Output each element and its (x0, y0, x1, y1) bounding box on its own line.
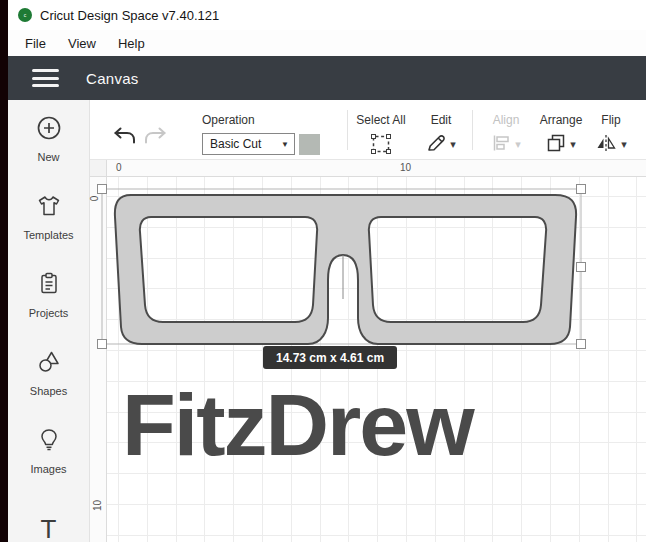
titlebar: c Cricut Design Space v7.40.121 (8, 0, 646, 30)
ruler-mark: 0 (89, 196, 100, 202)
edit-group: Edit ▾ (418, 113, 464, 156)
align-group: Align ▾ (482, 113, 530, 156)
chevron-down-icon: ▾ (621, 138, 627, 151)
text-icon: T (41, 516, 57, 542)
horizontal-ruler: 0 10 (107, 160, 646, 177)
select-all-group: Select All (345, 113, 417, 158)
chevron-down-icon: ▾ (515, 138, 521, 151)
select-all-label: Select All (345, 113, 417, 127)
sidebar: New Templates Projects Shapes Images (8, 100, 90, 542)
operation-label: Operation (202, 113, 320, 127)
sidebar-item-label: New (37, 151, 59, 163)
chevron-down-icon: ▾ (570, 138, 576, 151)
hamburger-menu-icon[interactable] (32, 65, 59, 92)
arrange-label: Arrange (531, 113, 591, 127)
arrange-layers-icon (546, 133, 566, 156)
arrange-group: Arrange ▾ (531, 113, 591, 156)
align-icon (491, 133, 511, 156)
undo-icon[interactable] (112, 126, 138, 150)
handle-top-left[interactable] (98, 185, 107, 194)
sidebar-item-projects[interactable]: Projects (8, 256, 89, 334)
arrange-dropdown[interactable]: ▾ (531, 133, 591, 156)
select-all-icon[interactable] (370, 133, 392, 158)
toolbar-divider (472, 110, 473, 150)
handle-bottom-right[interactable] (577, 340, 586, 349)
chevron-down-icon: ▼ (281, 140, 289, 149)
sidebar-item-new[interactable]: New (8, 100, 89, 178)
selection-size-badge: 14.73 cm x 4.61 cm (263, 346, 397, 369)
redo-icon[interactable] (142, 126, 168, 150)
ruler-mark: 0 (116, 162, 122, 173)
flip-label: Flip (588, 113, 634, 127)
flip-dropdown[interactable]: ▾ (588, 133, 634, 156)
menu-file[interactable]: File (14, 33, 57, 54)
handle-mid-right[interactable] (577, 263, 586, 272)
sidebar-item-text[interactable]: T (8, 490, 89, 542)
operation-group: Operation Basic Cut ▼ (202, 113, 320, 155)
toolbar: Operation Basic Cut ▼ Select All Edit (90, 100, 646, 160)
color-swatch[interactable] (299, 134, 320, 155)
edit-dropdown[interactable]: ▾ (418, 133, 464, 156)
cricut-logo-icon: c (18, 8, 32, 22)
glasses-frame-shape[interactable] (115, 195, 576, 344)
align-dropdown: ▾ (482, 133, 530, 156)
page-title: Canvas (86, 70, 139, 87)
sidebar-item-label: Projects (29, 307, 69, 319)
pencil-icon (426, 133, 446, 156)
menu-help[interactable]: Help (107, 33, 156, 54)
sidebar-item-templates[interactable]: Templates (8, 178, 89, 256)
vertical-ruler: 0 10 (90, 177, 107, 542)
menu-view[interactable]: View (57, 33, 107, 54)
shapes-icon (36, 349, 62, 379)
operation-value: Basic Cut (210, 137, 261, 151)
ruler-mark: 10 (400, 162, 411, 173)
edit-label: Edit (418, 113, 464, 127)
align-label: Align (482, 113, 530, 127)
handle-top-right[interactable] (577, 185, 586, 194)
flip-mirror-icon (595, 133, 617, 156)
clipboard-icon (36, 271, 62, 301)
sidebar-item-images[interactable]: Images (8, 412, 89, 490)
sidebar-item-label: Images (30, 463, 66, 475)
window-edge-strip (0, 0, 8, 542)
app-header: Canvas (8, 56, 646, 100)
plus-circle-icon (36, 115, 62, 145)
sidebar-item-label: Shapes (30, 385, 67, 397)
chevron-down-icon: ▾ (450, 138, 456, 151)
window-title: Cricut Design Space v7.40.121 (40, 8, 219, 23)
canvas-text-object[interactable]: FitzDrew (122, 381, 473, 469)
lightbulb-icon (36, 427, 62, 457)
ruler-mark: 10 (92, 500, 103, 511)
operation-dropdown[interactable]: Basic Cut ▼ (202, 133, 295, 155)
flip-group: Flip ▾ (588, 113, 634, 156)
shirt-icon (36, 193, 62, 223)
sidebar-item-shapes[interactable]: Shapes (8, 334, 89, 412)
app-window: c Cricut Design Space v7.40.121 File Vie… (0, 0, 646, 542)
menubar: File View Help (8, 30, 646, 56)
sidebar-item-label: Templates (23, 229, 73, 241)
ruler-corner (90, 160, 107, 177)
handle-bottom-left[interactable] (98, 340, 107, 349)
